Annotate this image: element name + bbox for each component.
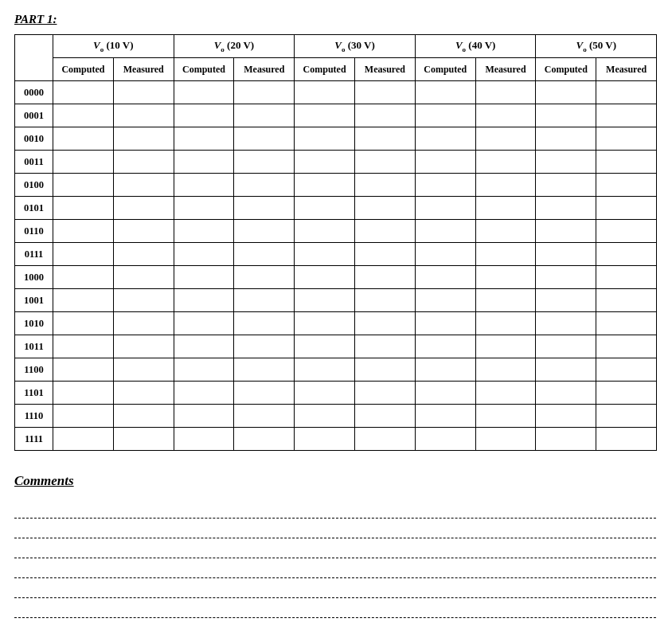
data-cell[interactable] <box>596 127 657 151</box>
data-cell[interactable] <box>53 174 114 197</box>
data-cell[interactable] <box>113 127 174 151</box>
data-cell[interactable] <box>295 243 355 266</box>
data-cell[interactable] <box>53 428 114 451</box>
data-cell[interactable] <box>234 335 295 358</box>
data-cell[interactable] <box>596 289 657 312</box>
data-cell[interactable] <box>295 174 355 197</box>
data-cell[interactable] <box>295 289 355 312</box>
data-cell[interactable] <box>475 266 536 289</box>
data-cell[interactable] <box>53 289 114 312</box>
data-cell[interactable] <box>234 358 295 382</box>
data-cell[interactable] <box>596 197 657 220</box>
data-cell[interactable] <box>295 151 355 174</box>
data-cell[interactable] <box>174 174 234 197</box>
data-cell[interactable] <box>355 174 416 197</box>
data-cell[interactable] <box>536 174 596 197</box>
data-cell[interactable] <box>596 358 657 382</box>
data-cell[interactable] <box>415 266 475 289</box>
data-cell[interactable] <box>536 220 596 243</box>
data-cell[interactable] <box>475 174 536 197</box>
data-cell[interactable] <box>234 220 295 243</box>
data-cell[interactable] <box>475 405 536 428</box>
data-cell[interactable] <box>295 127 355 151</box>
data-cell[interactable] <box>113 405 174 428</box>
comment-line[interactable] <box>14 618 656 634</box>
data-cell[interactable] <box>536 81 596 104</box>
data-cell[interactable] <box>415 151 475 174</box>
data-cell[interactable] <box>415 243 475 266</box>
data-cell[interactable] <box>53 405 114 428</box>
data-cell[interactable] <box>355 81 416 104</box>
data-cell[interactable] <box>53 220 114 243</box>
data-cell[interactable] <box>113 174 174 197</box>
data-cell[interactable] <box>415 127 475 151</box>
data-cell[interactable] <box>415 174 475 197</box>
data-cell[interactable] <box>355 382 416 405</box>
data-cell[interactable] <box>295 405 355 428</box>
data-cell[interactable] <box>174 266 234 289</box>
data-cell[interactable] <box>295 428 355 451</box>
data-cell[interactable] <box>475 151 536 174</box>
data-cell[interactable] <box>174 335 234 358</box>
data-cell[interactable] <box>234 243 295 266</box>
data-cell[interactable] <box>475 197 536 220</box>
data-cell[interactable] <box>113 151 174 174</box>
data-cell[interactable] <box>596 220 657 243</box>
data-cell[interactable] <box>174 312 234 335</box>
data-cell[interactable] <box>355 312 416 335</box>
data-cell[interactable] <box>475 289 536 312</box>
data-cell[interactable] <box>415 312 475 335</box>
data-cell[interactable] <box>295 220 355 243</box>
data-cell[interactable] <box>234 127 295 151</box>
data-cell[interactable] <box>355 127 416 151</box>
data-cell[interactable] <box>475 312 536 335</box>
data-cell[interactable] <box>536 104 596 127</box>
data-cell[interactable] <box>596 312 657 335</box>
data-cell[interactable] <box>596 174 657 197</box>
data-cell[interactable] <box>355 151 416 174</box>
data-cell[interactable] <box>234 382 295 405</box>
data-cell[interactable] <box>475 81 536 104</box>
data-cell[interactable] <box>536 151 596 174</box>
data-cell[interactable] <box>475 335 536 358</box>
data-cell[interactable] <box>113 289 174 312</box>
data-cell[interactable] <box>234 428 295 451</box>
data-cell[interactable] <box>415 358 475 382</box>
data-cell[interactable] <box>415 104 475 127</box>
data-cell[interactable] <box>536 289 596 312</box>
data-cell[interactable] <box>596 104 657 127</box>
data-cell[interactable] <box>415 220 475 243</box>
data-cell[interactable] <box>475 220 536 243</box>
data-cell[interactable] <box>596 151 657 174</box>
data-cell[interactable] <box>295 197 355 220</box>
data-cell[interactable] <box>113 104 174 127</box>
data-cell[interactable] <box>53 151 114 174</box>
data-cell[interactable] <box>234 197 295 220</box>
data-cell[interactable] <box>355 289 416 312</box>
data-cell[interactable] <box>536 243 596 266</box>
data-cell[interactable] <box>53 358 114 382</box>
data-cell[interactable] <box>174 358 234 382</box>
data-cell[interactable] <box>355 405 416 428</box>
data-cell[interactable] <box>53 266 114 289</box>
data-cell[interactable] <box>596 382 657 405</box>
data-cell[interactable] <box>355 104 416 127</box>
data-cell[interactable] <box>536 358 596 382</box>
data-cell[interactable] <box>174 104 234 127</box>
data-cell[interactable] <box>536 382 596 405</box>
comment-line[interactable] <box>14 578 656 598</box>
data-cell[interactable] <box>295 382 355 405</box>
data-cell[interactable] <box>53 104 114 127</box>
data-cell[interactable] <box>174 220 234 243</box>
data-cell[interactable] <box>475 382 536 405</box>
data-cell[interactable] <box>113 358 174 382</box>
data-cell[interactable] <box>596 81 657 104</box>
data-cell[interactable] <box>536 127 596 151</box>
data-cell[interactable] <box>596 266 657 289</box>
data-cell[interactable] <box>53 335 114 358</box>
data-cell[interactable] <box>596 335 657 358</box>
data-cell[interactable] <box>596 405 657 428</box>
data-cell[interactable] <box>113 81 174 104</box>
data-cell[interactable] <box>174 382 234 405</box>
data-cell[interactable] <box>475 127 536 151</box>
